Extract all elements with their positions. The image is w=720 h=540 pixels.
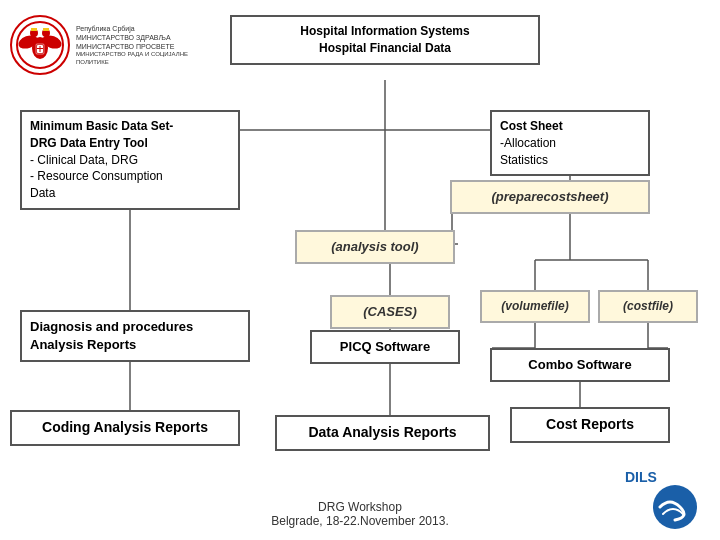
box-combo: Combo Software	[490, 348, 670, 382]
svg-text:DILS: DILS	[625, 469, 657, 485]
footer-line2: Belgrade, 18-22.November 2013.	[271, 514, 448, 528]
box-analysis-tool: (analysis tool)	[295, 230, 455, 264]
connectors-svg	[0, 0, 720, 540]
box-picq: PICQ Software	[310, 330, 460, 364]
box-volumefile: (volumefile)	[480, 290, 590, 323]
logo-text: Република Србија МИНИСТАРСТВО ЗДРАВЉА МИ…	[76, 24, 200, 67]
footer: DRG Workshop Belgrade, 18-22.November 20…	[271, 500, 448, 528]
footer-line1: DRG Workshop	[271, 500, 448, 514]
slide: Република Србија МИНИСТАРСТВО ЗДРАВЉА МИ…	[0, 0, 720, 540]
box-diagnosis: Diagnosis and procedures Analysis Report…	[20, 310, 250, 362]
box-cost-reports: Cost Reports	[510, 407, 670, 443]
svg-rect-11	[37, 48, 43, 49]
title-box: Hospital Information Systems Hospital Fi…	[230, 15, 540, 65]
logo-emblem	[10, 15, 70, 75]
box-coding: Coding Analysis Reports	[10, 410, 240, 446]
box-prepare-cost: (preparecostsheet)	[450, 180, 650, 214]
dils-logo: DILS	[620, 462, 700, 532]
box-costfile: (costfile)	[598, 290, 698, 323]
box-min-basic: Minimum Basic Data Set- DRG Data Entry T…	[20, 110, 240, 210]
box-cases: (CASES)	[330, 295, 450, 329]
box-data-analysis: Data Analysis Reports	[275, 415, 490, 451]
logo-area: Република Србија МИНИСТАРСТВО ЗДРАВЉА МИ…	[10, 10, 200, 80]
box-cost-sheet: Cost Sheet -Allocation Statistics	[490, 110, 650, 176]
svg-rect-7	[43, 28, 49, 31]
svg-rect-6	[31, 28, 37, 31]
